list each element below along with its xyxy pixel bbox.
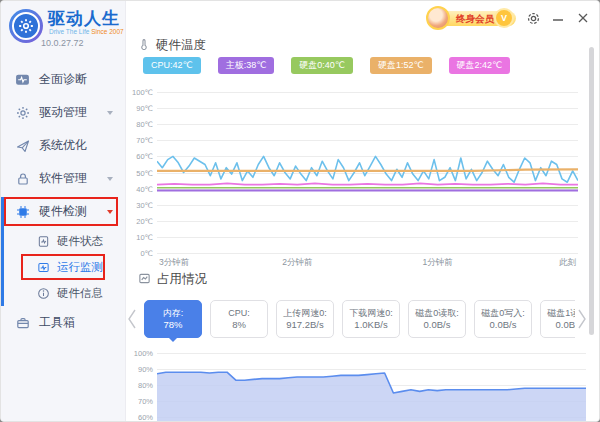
sidebar-item-label: 软件管理 [39, 170, 87, 187]
temperature-section-title: 硬件温度 [156, 37, 206, 54]
usage-card-label: 磁盘0写入: [481, 307, 525, 319]
usage-card-label: 内存: [163, 307, 184, 319]
main-content: 终身会员 V 硬件温度 CPU [126, 1, 599, 421]
doc-icon [37, 235, 50, 248]
usage-card-disk1-read[interactable]: 磁盘1读取:0.0B/s [540, 300, 575, 338]
sidebar-item-driver-manage[interactable]: 驱动管理 [1, 96, 125, 129]
app-title: 驱动人生 [48, 7, 120, 30]
chevron-down-icon [107, 177, 113, 181]
sidebar-item-hardware-info[interactable]: 硬件信息 [1, 280, 125, 306]
x-tick-label: 此刻 [559, 257, 576, 269]
y-tick-label: 60% [126, 413, 153, 422]
sidebar-item-label: 运行监测 [57, 260, 103, 275]
temp-badge-cpu[interactable]: CPU:42℃ [143, 57, 201, 74]
usage-card-upload[interactable]: 上传网速0:917.2B/s [276, 300, 334, 338]
vip-icon: V [496, 10, 512, 26]
y-tick-label: 40℃ [126, 185, 153, 194]
usage-card-value: 0.0B/s [424, 319, 451, 332]
usage-card-value: 8% [232, 319, 246, 332]
usage-section-title: 占用情况 [157, 271, 207, 288]
logo-block: 驱动人生 Drive The Life Since 2007 10.0.27.7… [1, 1, 125, 57]
y-tick-label: 10℃ [126, 233, 153, 242]
series-line-硬盘2 [157, 183, 578, 184]
temp-badge-disk2[interactable]: 硬盘2:42℃ [449, 57, 511, 74]
usage-card-disk0-read[interactable]: 磁盘0读取:0.0B/s [408, 300, 466, 338]
rocket-icon [15, 139, 30, 153]
sidebar-item-software-manage[interactable]: 软件管理 [1, 162, 125, 195]
sidebar-item-hardware-detect[interactable]: 硬件检测 [1, 195, 125, 228]
close-button[interactable] [575, 10, 591, 26]
sidebar-item-toolbox[interactable]: 工具箱 [1, 306, 125, 339]
sidebar: 驱动人生 Drive The Life Since 2007 10.0.27.7… [1, 1, 126, 421]
usage-card-label: 磁盘1读取: [547, 307, 575, 319]
usage-card-label: 上传网速0: [283, 307, 327, 319]
scrollbar-thumb[interactable] [589, 47, 594, 335]
y-tick-label: 60℃ [126, 152, 153, 161]
x-tick-label: 2分钟前 [282, 257, 312, 269]
x-tick-label: 1分钟前 [423, 257, 453, 269]
sidebar-item-label: 全面诊断 [39, 71, 87, 88]
y-tick-label: 20℃ [126, 217, 153, 226]
y-tick-label: 100℃ [126, 88, 153, 97]
cards-scroll-left-icon[interactable] [127, 307, 137, 335]
usage-card-value: 0.0B/s [556, 319, 575, 332]
app-window: 驱动人生 Drive The Life Since 2007 10.0.27.7… [0, 0, 600, 422]
sidebar-item-label: 驱动管理 [39, 104, 87, 121]
y-tick-label: 80% [126, 381, 153, 390]
app-version: 10.0.27.72 [41, 38, 84, 48]
sidebar-item-label: 硬件状态 [57, 234, 103, 249]
usage-card-value: 1.0KB/s [354, 319, 387, 332]
y-tick-label: 100% [126, 349, 153, 358]
y-tick-label: 90% [126, 365, 153, 374]
lock-icon [15, 172, 30, 186]
usage-cards: 内存:78%CPU:8%上传网速0:917.2B/s下载网速0:1.0KB/s磁… [144, 300, 575, 344]
y-tick-label: 70℃ [126, 136, 153, 145]
temp-badge-disk0[interactable]: 硬盘0:40℃ [291, 57, 353, 74]
chevron-down-icon [107, 111, 113, 115]
x-tick-label: 3分钟前 [159, 257, 189, 269]
app-logo-icon [9, 9, 43, 43]
sidebar-item-label: 硬件信息 [57, 286, 103, 301]
tagline-text: Drive The Life [49, 28, 89, 35]
usage-card-label: 磁盘0读取: [415, 307, 459, 319]
minimize-button[interactable] [550, 10, 566, 26]
temperature-badges: CPU:42℃主板:38℃硬盘0:40℃硬盘1:52℃硬盘2:42℃ [143, 57, 510, 74]
y-tick-label: 80℃ [126, 120, 153, 129]
sidebar-item-label: 工具箱 [39, 314, 75, 331]
cards-scroll-right-icon[interactable] [577, 307, 587, 335]
usage-card-download[interactable]: 下载网速0:1.0KB/s [342, 300, 400, 338]
usage-card-value: 0.0B/s [490, 319, 517, 332]
info-icon [37, 287, 50, 300]
usage-section-header: 占用情况 [138, 271, 207, 288]
sidebar-group-hardware-detect: 硬件检测硬件状态运行监测硬件信息 [1, 195, 125, 306]
titlebar-controls: 终身会员 V [426, 6, 591, 30]
gear-icon [15, 106, 30, 120]
thermometer-icon [138, 38, 150, 54]
sidebar-item-run-monitor[interactable]: 运行监测 [1, 254, 125, 280]
chevron-down-icon [107, 210, 113, 214]
usage-chart-icon [138, 272, 151, 288]
temp-badge-board[interactable]: 主板:38℃ [218, 57, 275, 74]
app-tagline: Drive The Life Since 2007 [49, 28, 124, 35]
gridline [157, 253, 578, 254]
settings-gear-icon[interactable] [525, 10, 541, 26]
sidebar-item-hardware-status[interactable]: 硬件状态 [1, 228, 125, 254]
memory-usage-chart [157, 353, 586, 422]
monitor-icon [37, 261, 50, 274]
user-account-chip[interactable]: 终身会员 V [426, 6, 516, 30]
sidebar-item-diagnosis[interactable]: 全面诊断 [1, 63, 125, 96]
sidebar-item-label: 系统优化 [39, 137, 87, 154]
temp-badge-disk1[interactable]: 硬盘1:52℃ [370, 57, 432, 74]
usage-card-value: 917.2B/s [286, 319, 324, 332]
usage-card-cpu[interactable]: CPU:8% [210, 300, 268, 338]
y-tick-label: 30℃ [126, 201, 153, 210]
y-tick-label: 0℃ [126, 249, 153, 258]
sidebar-item-system-optimize[interactable]: 系统优化 [1, 129, 125, 162]
usage-card-label: 下载网速0: [349, 307, 393, 319]
usage-card-disk0-write[interactable]: 磁盘0写入:0.0B/s [474, 300, 532, 338]
y-tick-label: 70% [126, 397, 153, 406]
toolbox-icon [15, 316, 30, 330]
user-avatar[interactable] [426, 6, 450, 30]
chip-icon [15, 205, 30, 219]
usage-card-memory[interactable]: 内存:78% [144, 300, 202, 338]
